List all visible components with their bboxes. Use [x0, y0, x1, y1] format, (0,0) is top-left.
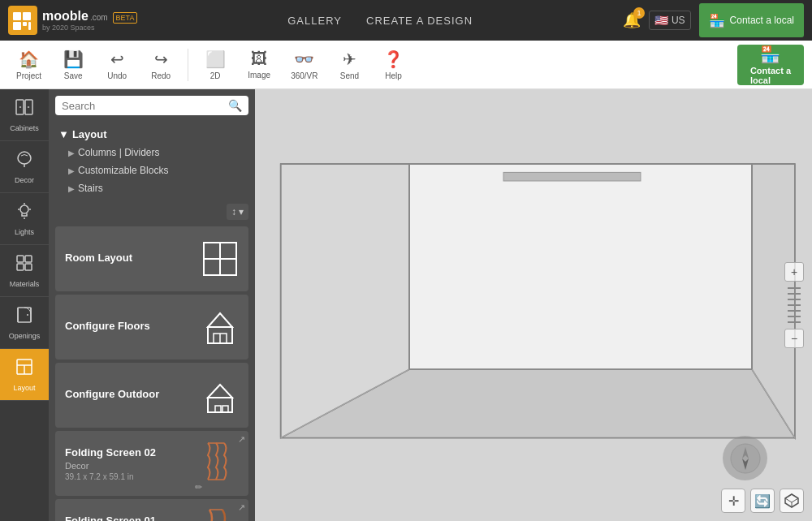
tree-item-blocks-label: Customizable Blocks	[78, 165, 168, 176]
toolbar-sep-1	[188, 49, 188, 81]
ruler-line	[788, 310, 801, 312]
save-btn[interactable]: 💾 Save	[53, 45, 93, 85]
ruler-line	[788, 316, 801, 317]
panel-card-folding-02[interactable]: Folding Screen 02 Decor 39.1 x 7.2 x 59.…	[55, 431, 248, 496]
panel-card-floors-text: Configure Floors	[55, 312, 192, 342]
zoom-out-btn[interactable]: −	[784, 329, 804, 348]
sidebar-item-lights[interactable]: Lights	[0, 193, 49, 245]
svg-rect-40	[409, 164, 752, 369]
zoom-controls: + −	[784, 262, 804, 348]
send-btn[interactable]: ✈ Send	[329, 45, 369, 85]
sort-button[interactable]: ↕ ▾	[227, 204, 248, 220]
configure-floors-title: Configure Floors	[65, 320, 182, 332]
top-nav: mooble .com BETA by 2020 Spaces GALLERY …	[0, 0, 812, 41]
sort-bar: ↕ ▾	[49, 200, 255, 223]
ruler-line	[788, 321, 801, 323]
configure-outdoor-img	[192, 363, 248, 428]
vr-label: 360/VR	[291, 71, 317, 80]
help-label: Help	[385, 71, 402, 80]
svg-rect-18	[25, 264, 32, 270]
project-label: Project	[16, 71, 41, 80]
svg-rect-4	[28, 22, 31, 30]
openings-icon	[15, 305, 34, 329]
3d-view-btn[interactable]	[780, 489, 804, 513]
sidebar-item-openings[interactable]: Openings	[0, 297, 49, 349]
image-label: Image	[248, 71, 270, 80]
tree-item-stairs-label: Stairs	[78, 183, 103, 194]
tree-item-columns[interactable]: ▶ Columns | Dividers	[55, 144, 248, 161]
2d-label: 2D	[210, 71, 221, 80]
image-btn[interactable]: 🖼 Image	[239, 45, 279, 84]
nav-right: 🔔 1 🇺🇸 US 🏪 Contact a local	[623, 3, 804, 37]
lang-label: US	[672, 15, 685, 26]
contact-local-icon: 🏪	[760, 45, 780, 64]
sidebar-item-cabinets[interactable]: Cabinets	[0, 89, 49, 141]
search-input[interactable]	[62, 100, 223, 112]
2d-icon: ⬜	[205, 50, 226, 69]
rotate-btn[interactable]: 🔄	[750, 489, 775, 513]
sidebar-item-layout[interactable]: Layout	[0, 349, 49, 401]
nav-compass[interactable]	[723, 436, 767, 480]
cabinets-icon	[15, 97, 34, 122]
vr-btn[interactable]: 👓 360/VR	[283, 45, 326, 85]
image-icon: 🖼	[251, 50, 267, 68]
layout-icon	[15, 357, 34, 381]
redo-btn[interactable]: ↪ Redo	[140, 45, 181, 85]
ruler-line	[788, 299, 801, 300]
gallery-link[interactable]: GALLERY	[287, 15, 342, 27]
sidebar: Cabinets Decor	[0, 89, 49, 521]
panel-card-folding-01-text: Folding Screen 01 Decor 38.5 x 20.5 x 70…	[55, 506, 192, 522]
canvas-area[interactable]: + − ✛ 🔄	[255, 89, 812, 521]
notification-btn[interactable]: 🔔 1	[623, 11, 641, 29]
configure-floors-img	[192, 295, 248, 360]
decor-label: Decor	[15, 176, 34, 184]
folding-01-img: ↗	[192, 499, 248, 521]
contact-local-btn[interactable]: 🏪 Contact alocal	[737, 45, 804, 85]
sidebar-item-decor[interactable]: Decor	[0, 141, 49, 193]
undo-btn[interactable]: ↩ Undo	[97, 45, 137, 85]
send-label: Send	[340, 71, 359, 80]
folding-01-title: Folding Screen 01	[65, 515, 182, 522]
logo-icon	[8, 6, 37, 35]
tree-item-blocks[interactable]: ▶ Customizable Blocks	[55, 161, 248, 179]
bottom-controls: ✛ 🔄	[721, 489, 804, 513]
zoom-in-btn[interactable]: +	[784, 262, 804, 282]
logo-name: mooble	[42, 9, 89, 24]
svg-rect-47	[503, 172, 641, 181]
notification-badge: 1	[633, 7, 645, 19]
share-icon-01: ↗	[238, 502, 245, 513]
lights-label: Lights	[15, 228, 34, 236]
tree-section-layout[interactable]: ▼ Layout	[55, 125, 248, 144]
search-icon[interactable]: 🔍	[228, 99, 242, 112]
panel-card-room-layout-text: Room Layout	[55, 243, 192, 274]
lang-btn[interactable]: 🇺🇸 US	[649, 11, 691, 30]
folding-02-title: Folding Screen 02	[65, 446, 182, 459]
move-btn[interactable]: ✛	[721, 489, 745, 513]
contact-btn[interactable]: 🏪 Contact a local	[699, 3, 804, 37]
create-design-link[interactable]: CREATE A DESIGN	[366, 15, 473, 27]
panel-card-folding-01[interactable]: Folding Screen 01 Decor 38.5 x 20.5 x 70…	[55, 499, 248, 521]
tree-item-stairs[interactable]: ▶ Stairs	[55, 179, 248, 197]
tree-item-columns-label: Columns | Dividers	[78, 147, 159, 158]
panel-card-room-layout[interactable]: Room Layout	[55, 226, 248, 291]
panel-card-configure-floors[interactable]: Configure Floors	[55, 295, 248, 360]
svg-marker-56	[785, 494, 798, 502]
sort-icon: ↕	[231, 206, 236, 217]
help-icon: ❓	[383, 50, 404, 69]
project-icon: 🏠	[19, 50, 39, 69]
svg-rect-36	[222, 406, 228, 412]
logo-area: mooble .com BETA by 2020 Spaces	[8, 6, 137, 35]
svg-rect-2	[13, 22, 21, 30]
project-btn[interactable]: 🏠 Project	[8, 45, 50, 85]
2d-btn[interactable]: ⬜ 2D	[195, 45, 235, 85]
panel-card-folding-02-text: Folding Screen 02 Decor 39.1 x 7.2 x 59.…	[55, 438, 192, 489]
ruler-line	[788, 287, 801, 289]
panel-card-configure-outdoor[interactable]: Configure Outdoor	[55, 363, 248, 428]
sidebar-item-materials[interactable]: Materials	[0, 245, 49, 297]
tree-arrow-blocks: ▶	[68, 166, 75, 175]
folding-02-img: ↗ ✏	[192, 431, 248, 496]
svg-marker-34	[208, 385, 232, 398]
redo-icon: ↪	[154, 50, 168, 69]
zoom-ruler	[788, 283, 801, 327]
help-btn[interactable]: ❓ Help	[373, 45, 413, 85]
